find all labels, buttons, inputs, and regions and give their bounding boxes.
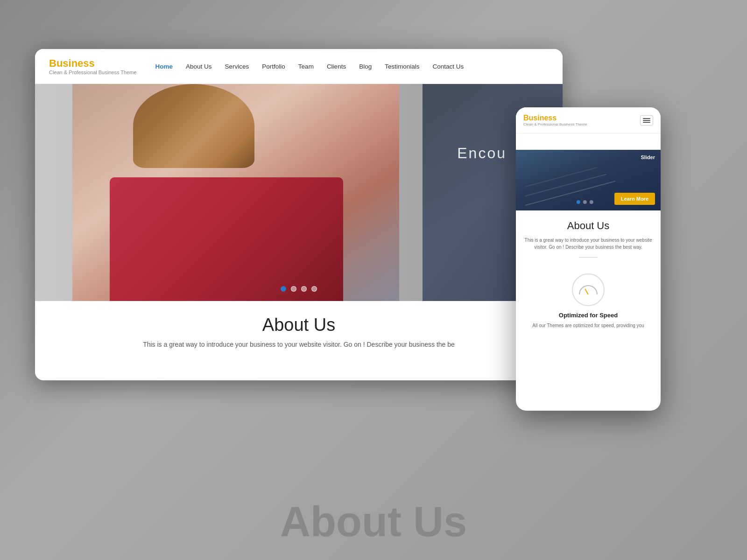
hamburger-line-1 xyxy=(643,118,650,119)
speedometer-icon xyxy=(579,285,598,294)
mobile-speed-desc: All our Themes are optimized for speed, … xyxy=(523,322,653,329)
bottom-about-text: About Us xyxy=(280,498,467,546)
nav-link-services[interactable]: Services xyxy=(225,63,249,70)
nav-item-about[interactable]: About Us xyxy=(186,62,212,70)
mobile-mockup: Business Clean & Professional Business T… xyxy=(516,107,661,411)
nav-item-home[interactable]: Home xyxy=(155,62,173,70)
dot-3[interactable] xyxy=(301,286,307,292)
mobile-slider-dots xyxy=(577,200,593,204)
mobile-speed-section: Optimized for Speed All our Themes are o… xyxy=(516,271,661,338)
mobile-dot-1[interactable] xyxy=(577,200,580,204)
desktop-brand-tagline: Clean & Professional Business Theme xyxy=(49,70,137,75)
mobile-brand-tagline: Clean & Professional Business Theme xyxy=(523,122,587,126)
speed-icon-circle xyxy=(572,273,605,306)
desktop-brand: Business Clean & Professional Business T… xyxy=(49,57,137,75)
nav-item-portfolio[interactable]: Portfolio xyxy=(262,62,285,70)
hero-text: Encou xyxy=(457,145,507,162)
divider xyxy=(579,257,598,258)
desktop-about-desc: This is a great way to introduce your bu… xyxy=(135,341,462,348)
mobile-dot-3[interactable] xyxy=(590,200,593,204)
hamburger-menu[interactable] xyxy=(640,115,653,126)
dot-1[interactable] xyxy=(281,286,286,292)
mobile-slider: Slider Learn More xyxy=(516,150,661,210)
nav-item-clients[interactable]: Clients xyxy=(327,62,346,70)
mobile-about-desc: This is a great way to introduce your bu… xyxy=(523,237,653,251)
mobile-brand-name: Business xyxy=(523,114,587,122)
desktop-about-title: About Us xyxy=(54,315,544,335)
desktop-brand-name: Business xyxy=(49,57,137,70)
nav-item-services[interactable]: Services xyxy=(225,62,249,70)
nav-item-team[interactable]: Team xyxy=(298,62,314,70)
mobile-navbar: Business Clean & Professional Business T… xyxy=(516,107,661,133)
mobile-dot-2[interactable] xyxy=(583,200,587,204)
dot-2[interactable] xyxy=(291,286,296,292)
nav-item-blog[interactable]: Blog xyxy=(359,62,372,70)
hamburger-line-2 xyxy=(643,120,650,121)
mobile-speed-title: Optimized for Speed xyxy=(523,312,653,319)
hero-slider: Encou xyxy=(35,84,563,301)
desktop-about-section: About Us This is a great way to introduc… xyxy=(35,301,563,357)
hamburger-line-3 xyxy=(643,122,650,123)
nav-item-contact[interactable]: Contact Us xyxy=(432,62,464,70)
mobile-slider-label: Slider xyxy=(641,154,655,160)
nav-link-blog[interactable]: Blog xyxy=(359,63,372,70)
nav-link-contact[interactable]: Contact Us xyxy=(432,63,464,70)
nav-link-team[interactable]: Team xyxy=(298,63,314,70)
dot-4[interactable] xyxy=(311,286,317,292)
desktop-mockup: Business Clean & Professional Business T… xyxy=(35,49,563,380)
slider-dots xyxy=(281,286,317,292)
mobile-header-space xyxy=(516,133,661,150)
desktop-navbar: Business Clean & Professional Business T… xyxy=(35,49,563,84)
nav-link-about[interactable]: About Us xyxy=(186,63,212,70)
mobile-about-section: About Us This is a great way to introduc… xyxy=(516,210,661,271)
nav-item-testimonials[interactable]: Testimonials xyxy=(385,62,419,70)
nav-link-home[interactable]: Home xyxy=(155,63,173,70)
mobile-about-title: About Us xyxy=(523,220,653,232)
hero-woman-image xyxy=(72,84,399,301)
nav-link-testimonials[interactable]: Testimonials xyxy=(385,63,419,70)
nav-link-clients[interactable]: Clients xyxy=(327,63,346,70)
mobile-learn-more-button[interactable]: Learn More xyxy=(614,193,655,205)
nav-link-portfolio[interactable]: Portfolio xyxy=(262,63,285,70)
desktop-nav-list: Home About Us Services Portfolio Team Cl… xyxy=(155,62,464,70)
mobile-brand: Business Clean & Professional Business T… xyxy=(523,114,587,126)
